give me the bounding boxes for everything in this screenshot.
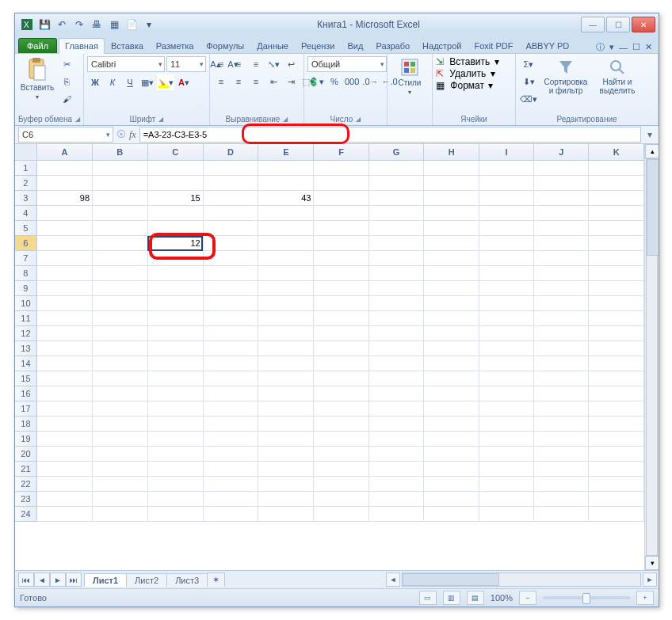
cell-E12[interactable]	[258, 326, 314, 341]
name-box[interactable]: C6	[18, 127, 113, 143]
cell-H10[interactable]	[424, 296, 479, 311]
align-bottom-icon[interactable]: ≡	[248, 56, 264, 72]
delete-cells-button[interactable]: ⇱ Удалить ▾	[436, 68, 495, 79]
cell-I10[interactable]	[479, 296, 533, 311]
cell-J22[interactable]	[534, 477, 589, 492]
cell-D7[interactable]	[203, 251, 258, 266]
cell-D10[interactable]	[203, 296, 258, 311]
font-color-icon[interactable]: A▾	[176, 74, 192, 90]
cell-G21[interactable]	[368, 462, 424, 477]
cell-D24[interactable]	[203, 507, 258, 522]
cell-C19[interactable]	[147, 432, 203, 447]
sheet-nav-last-icon[interactable]: ⏭	[66, 572, 82, 587]
col-header-A[interactable]: A	[36, 144, 92, 161]
tab-data[interactable]: Данные	[250, 38, 295, 53]
cell-D17[interactable]	[203, 401, 258, 417]
cell-D20[interactable]	[203, 447, 258, 462]
font-size-combo[interactable]: 11	[166, 56, 206, 72]
cell-I24[interactable]	[479, 507, 533, 522]
cell-A14[interactable]	[36, 356, 92, 371]
cell-B17[interactable]	[93, 401, 148, 417]
cell-D14[interactable]	[203, 356, 258, 371]
cell-E6[interactable]	[258, 236, 314, 251]
cell-I7[interactable]	[479, 251, 533, 266]
cell-F21[interactable]	[314, 462, 368, 477]
cell-J14[interactable]	[534, 356, 589, 371]
cell-D9[interactable]	[203, 281, 258, 296]
percent-icon[interactable]: %	[326, 74, 342, 89]
cell-E3[interactable]: 43	[258, 191, 314, 206]
mdi-close-icon[interactable]: ✕	[645, 42, 652, 52]
sheet-tab-2[interactable]: Лист2	[126, 573, 167, 587]
cell-D22[interactable]	[203, 477, 258, 492]
cell-D13[interactable]	[203, 341, 258, 356]
cell-J12[interactable]	[534, 326, 589, 341]
fill-color-icon[interactable]: ▾	[157, 74, 174, 90]
tab-view[interactable]: Вид	[342, 38, 370, 53]
cell-A11[interactable]	[36, 311, 92, 326]
cell-I8[interactable]	[479, 266, 533, 281]
row-header-2[interactable]: 2	[15, 176, 36, 191]
cell-E18[interactable]	[258, 417, 314, 432]
row-header-7[interactable]: 7	[15, 251, 36, 266]
cell-B22[interactable]	[93, 477, 148, 492]
cell-G14[interactable]	[368, 356, 424, 371]
cell-A23[interactable]	[36, 492, 92, 507]
cell-J1[interactable]	[534, 161, 589, 176]
cell-B15[interactable]	[93, 371, 148, 386]
cell-I20[interactable]	[479, 447, 533, 462]
orientation-icon[interactable]: ⤡▾	[265, 56, 281, 72]
cell-A20[interactable]	[36, 447, 92, 462]
cell-K21[interactable]	[589, 462, 644, 477]
cell-F3[interactable]	[314, 191, 368, 206]
row-header-19[interactable]: 19	[15, 432, 36, 447]
cell-H22[interactable]	[424, 477, 479, 492]
cell-G18[interactable]	[368, 417, 424, 432]
currency-icon[interactable]: 💲▾	[307, 74, 325, 89]
cell-J13[interactable]	[534, 341, 589, 356]
cell-K24[interactable]	[589, 507, 644, 522]
copy-icon[interactable]: ⎘	[59, 74, 74, 89]
underline-button[interactable]: Ч	[122, 74, 138, 90]
cell-D3[interactable]	[203, 191, 258, 206]
cell-A10[interactable]	[36, 296, 92, 311]
font-dialog-icon[interactable]: ◢	[158, 116, 163, 123]
cell-J3[interactable]	[534, 191, 589, 206]
cell-C2[interactable]	[147, 176, 203, 191]
cell-C4[interactable]	[147, 206, 203, 221]
tab-layout[interactable]: Разметка	[150, 38, 200, 53]
cell-H1[interactable]	[424, 161, 479, 176]
cell-H20[interactable]	[424, 447, 479, 462]
zoom-in-button[interactable]: +	[636, 591, 654, 605]
cell-F13[interactable]	[314, 341, 368, 356]
cell-F7[interactable]	[314, 251, 368, 266]
cell-D19[interactable]	[203, 432, 258, 447]
align-left-icon[interactable]: ≡	[213, 74, 229, 89]
cell-F16[interactable]	[314, 386, 368, 401]
cell-J20[interactable]	[534, 447, 589, 462]
cell-E11[interactable]	[258, 311, 314, 326]
cell-C17[interactable]	[147, 401, 203, 417]
cell-J11[interactable]	[534, 311, 589, 326]
cell-A2[interactable]	[36, 176, 92, 191]
cell-E9[interactable]	[258, 281, 314, 296]
cell-I3[interactable]	[479, 191, 533, 206]
cell-H4[interactable]	[424, 206, 479, 221]
cell-A6[interactable]	[36, 236, 92, 251]
cell-K12[interactable]	[589, 326, 644, 341]
cell-H24[interactable]	[424, 507, 479, 522]
cell-C1[interactable]	[147, 161, 203, 176]
cell-A13[interactable]	[36, 341, 92, 356]
cell-G10[interactable]	[368, 296, 424, 311]
cell-A12[interactable]	[36, 326, 92, 341]
cell-H23[interactable]	[424, 492, 479, 507]
save-icon[interactable]: 💾	[37, 17, 52, 32]
col-header-D[interactable]: D	[203, 144, 258, 161]
cell-F19[interactable]	[314, 432, 368, 447]
cell-C13[interactable]	[147, 341, 203, 356]
cell-J10[interactable]	[534, 296, 589, 311]
row-header-14[interactable]: 14	[15, 356, 36, 371]
cell-A5[interactable]	[36, 221, 92, 236]
qat-more-icon[interactable]: ▾	[142, 17, 156, 32]
sheet-tab-1[interactable]: Лист1	[84, 573, 127, 587]
